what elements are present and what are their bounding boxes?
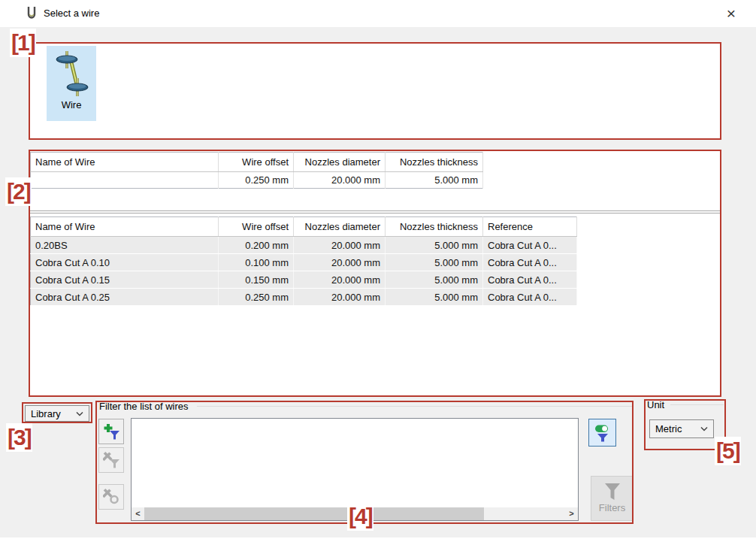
cell-reference: Cobra Cut A 0... [483,289,577,306]
column-header-offset[interactable]: Wire offset [219,217,294,237]
library-header-row: Name of Wire Wire offset Nozzles diamete… [31,217,577,237]
cell-name: Cobra Cut A 0.10 [31,254,219,271]
column-header-reference[interactable]: Reference [483,217,577,237]
selected-wire-header-row: Name of Wire Wire offset Nozzles diamete… [31,153,483,172]
cell-thickness: 5.000 mm [386,289,483,306]
cell-thickness: 5.000 mm [386,254,483,271]
cell-offset: 0.250 mm [219,172,294,189]
cell-thickness: 5.000 mm [386,172,483,189]
column-header-name[interactable]: Name of Wire [31,153,219,172]
cell-offset: 0.200 mm [219,237,294,254]
window-title: Select a wire [44,0,99,27]
cell-diameter: 20.000 mm [294,271,386,289]
library-row-2[interactable]: Cobra Cut A 0.15 0.150 mm 20.000 mm 5.00… [31,271,577,289]
column-header-name[interactable]: Name of Wire [31,217,219,237]
cell-name [31,172,219,189]
selected-wire-row[interactable]: 0.250 mm 20.000 mm 5.000 mm [31,172,483,189]
cell-reference: Cobra Cut A 0... [483,271,577,289]
cell-name: Cobra Cut A 0.15 [31,271,219,289]
cell-diameter: 20.000 mm [294,237,386,254]
wire-icon [52,50,91,98]
wire-library-table: Name of Wire Wire offset Nozzles diamete… [30,216,577,306]
cell-reference: Cobra Cut A 0... [483,237,577,254]
annotation-box-5-unit-group [644,399,726,450]
cell-thickness: 5.000 mm [386,271,483,289]
annotation-marker-4: [4] [347,502,373,531]
column-header-thickness[interactable]: Nozzles thickness [386,153,483,172]
wire-type-tile[interactable]: Wire [47,46,96,121]
selected-wire-table: Name of Wire Wire offset Nozzles diamete… [30,152,483,189]
column-header-thickness[interactable]: Nozzles thickness [386,217,483,237]
cell-diameter: 20.000 mm [294,289,386,306]
cell-offset: 0.150 mm [219,271,294,289]
wire-tile-label: Wire [62,99,82,111]
close-button[interactable]: × [714,0,748,27]
column-header-diameter[interactable]: Nozzles diameter [294,153,386,172]
library-row-1[interactable]: Cobra Cut A 0.10 0.100 mm 20.000 mm 5.00… [31,254,577,271]
annotation-box-3-library-combo [22,402,92,423]
cell-name: 0.20BS [31,237,219,254]
cell-reference: Cobra Cut A 0... [483,254,577,271]
table-separator [30,210,720,213]
annotation-marker-2: [2] [5,177,32,206]
annotation-marker-3: [3] [6,423,32,452]
wire-app-icon [26,5,38,22]
cell-name: Cobra Cut A 0.25 [31,289,219,306]
cell-offset: 0.250 mm [219,289,294,306]
library-row-3[interactable]: Cobra Cut A 0.25 0.250 mm 20.000 mm 5.00… [31,289,577,306]
column-header-offset[interactable]: Wire offset [219,153,294,172]
cell-thickness: 5.000 mm [386,237,483,254]
cell-offset: 0.100 mm [219,254,294,271]
column-header-diameter[interactable]: Nozzles diameter [294,217,386,237]
library-row-0[interactable]: 0.20BS 0.200 mm 20.000 mm 5.000 mm Cobra… [31,237,577,254]
annotation-marker-1: [1] [10,29,36,57]
select-a-wire-dialog: Select a wire × Wire Name of Wire Wire o… [0,0,756,551]
cell-diameter: 20.000 mm [294,254,386,271]
cell-diameter: 20.000 mm [294,172,386,189]
annotation-box-1-wire-panel [29,42,721,140]
annotation-marker-5: [5] [715,437,741,465]
title-bar: Select a wire × [0,0,756,27]
